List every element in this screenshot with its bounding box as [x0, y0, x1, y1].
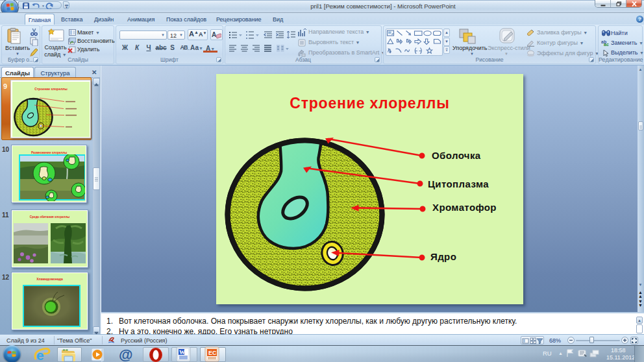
svg-text:EC: EC — [208, 350, 217, 356]
svg-text:ac: ac — [604, 42, 609, 46]
svg-text:А: А — [212, 31, 216, 38]
svg-text:@: @ — [119, 346, 132, 362]
svg-text:W: W — [179, 349, 185, 356]
